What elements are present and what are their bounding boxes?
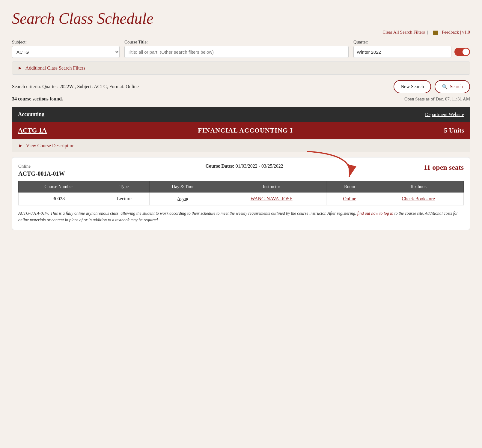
cell-type: Lecture bbox=[99, 193, 149, 205]
section-format: Online bbox=[18, 164, 31, 169]
instructor-link[interactable]: WANG-NAVA, JOSE bbox=[251, 196, 293, 201]
section-card: Online ACTG-001A-01W Course Dates: 01/03… bbox=[12, 157, 470, 230]
separator-1: | bbox=[427, 30, 429, 34]
col-header-course-number: Course Number bbox=[19, 181, 99, 193]
course-units: 5 Units bbox=[444, 127, 464, 134]
annotation-arrow bbox=[301, 148, 367, 181]
search-icon: 🔍 bbox=[442, 84, 448, 90]
open-seats-info: Open Seats as of Dec. 07, 11:31 AM bbox=[404, 97, 470, 102]
filter-row: Subject: ACTG MATH ENGL Course Title: Qu… bbox=[12, 40, 470, 58]
additional-filters-arrow: ► bbox=[18, 65, 22, 71]
search-button[interactable]: 🔍 Search bbox=[435, 80, 470, 93]
additional-filters-label: Additional Class Search Filters bbox=[25, 65, 85, 70]
title-label: Course Title: bbox=[124, 40, 349, 45]
cell-day-time-value: Async bbox=[177, 196, 189, 201]
course-dates-value: 01/03/2022 - 03/25/2022 bbox=[236, 163, 283, 169]
toggle-switch[interactable] bbox=[454, 48, 470, 56]
cell-day-time: Async bbox=[149, 193, 217, 205]
title-input[interactable] bbox=[124, 46, 349, 58]
search-criteria-text: Search criteria: Quarter: 2022W , Subjec… bbox=[12, 84, 139, 89]
course-header: ACTG 1A FINANCIAL ACCOUNTING I 5 Units bbox=[12, 122, 470, 139]
log-in-link[interactable]: find out how to log in bbox=[357, 211, 393, 216]
quarter-filter-group: Quarter: bbox=[353, 40, 470, 58]
col-header-room: Room bbox=[326, 181, 373, 193]
course-description-arrow: ► bbox=[18, 143, 23, 148]
additional-filters-toggle[interactable]: ► Additional Class Search Filters bbox=[12, 61, 470, 75]
table-header-row: Course Number Type Day & Time Instructor… bbox=[19, 181, 464, 193]
course-dates-label: Course Dates: bbox=[205, 163, 234, 169]
search-criteria-row: Search criteria: Quarter: 2022W , Subjec… bbox=[12, 80, 470, 93]
toggle-slider bbox=[454, 48, 470, 56]
col-header-instructor: Instructor bbox=[217, 181, 326, 193]
cell-textbook: Check Bookstore bbox=[373, 193, 464, 205]
table-row: 30028 Lecture Async WANG-NAVA, JOSE Onli… bbox=[19, 193, 464, 205]
feedback-icon-wrapper bbox=[432, 30, 439, 34]
col-header-day-time: Day & Time bbox=[149, 181, 217, 193]
new-search-button[interactable]: New Search bbox=[394, 80, 431, 93]
view-course-description-label: View Course Description bbox=[26, 143, 75, 148]
course-code[interactable]: ACTG 1A bbox=[18, 127, 47, 134]
quarter-input[interactable] bbox=[353, 46, 451, 58]
course-table: Course Number Type Day & Time Instructor… bbox=[18, 181, 464, 205]
subject-filter-group: Subject: ACTG MATH ENGL bbox=[12, 40, 120, 58]
cell-room: Online bbox=[326, 193, 373, 205]
room-link[interactable]: Online bbox=[343, 196, 356, 201]
course-title-filter-group: Course Title: bbox=[124, 40, 349, 58]
col-header-textbook: Textbook bbox=[373, 181, 464, 193]
section-dates: Course Dates: 01/03/2022 - 03/25/2022 bbox=[205, 163, 283, 169]
course-name: FINANCIAL ACCOUNTING I bbox=[198, 127, 293, 134]
check-bookstore-link[interactable]: Check Bookstore bbox=[402, 196, 435, 201]
open-seats-count: 11 open seats bbox=[424, 163, 464, 172]
feedback-icon bbox=[433, 31, 438, 35]
col-header-type: Type bbox=[99, 181, 149, 193]
quarter-label: Quarter: bbox=[353, 40, 470, 45]
section-note-text-before: ACTG-001A-01W: This is a fully online as… bbox=[18, 211, 357, 216]
results-count: 34 course sections found. bbox=[12, 96, 63, 102]
subject-select[interactable]: ACTG MATH ENGL bbox=[12, 46, 120, 58]
section-id: ACTG-001A-01W bbox=[18, 170, 65, 177]
top-links-bar: Clear All Search Filters | Feedback | v1… bbox=[12, 30, 470, 35]
results-info-row: 34 course sections found. Open Seats as … bbox=[12, 96, 470, 102]
search-button-label: Search bbox=[450, 84, 463, 89]
cell-instructor: WANG-NAVA, JOSE bbox=[217, 193, 326, 205]
feedback-link[interactable]: Feedback | v1.0 bbox=[442, 30, 470, 34]
cell-course-number: 30028 bbox=[19, 193, 99, 205]
page-title: Search Class Schedule bbox=[12, 10, 470, 27]
quarter-row bbox=[353, 46, 470, 58]
department-name: Accounting bbox=[18, 111, 44, 118]
section-top-row: Online ACTG-001A-01W Course Dates: 01/03… bbox=[18, 163, 464, 177]
clear-filters-link[interactable]: Clear All Search Filters bbox=[382, 30, 425, 34]
section-left: Online ACTG-001A-01W bbox=[18, 163, 65, 177]
department-header: Accounting Department Website bbox=[12, 107, 470, 122]
subject-label: Subject: bbox=[12, 40, 120, 45]
department-website-link[interactable]: Department Website bbox=[425, 112, 464, 117]
search-buttons: New Search 🔍 Search bbox=[394, 80, 470, 93]
course-description-toggle[interactable]: ► View Course Description bbox=[12, 139, 470, 152]
section-note: ACTG-001A-01W: This is a fully online as… bbox=[18, 210, 464, 224]
